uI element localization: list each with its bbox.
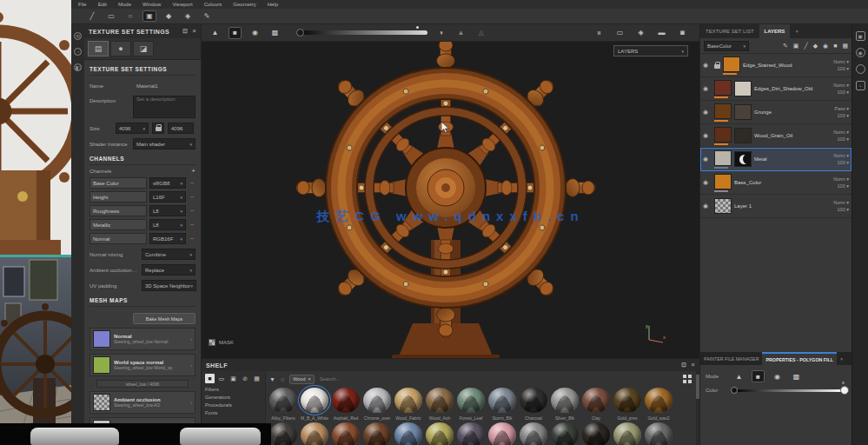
layer-row-selected[interactable]: ◉ Metal Norm ▾100 ▾ <box>700 148 851 171</box>
shader-instance-dropdown[interactable]: Main shader▾ <box>133 138 195 149</box>
layer-name[interactable]: Metal <box>754 156 817 162</box>
material-sphere[interactable] <box>645 388 673 413</box>
visibility-eye-icon[interactable]: ◉ <box>703 156 712 163</box>
size-height-field[interactable]: 4096 <box>168 123 194 134</box>
layer-name[interactable]: Wood_Grain_Oil <box>754 133 817 138</box>
material-item[interactable] <box>332 422 360 445</box>
material-sphere[interactable] <box>457 388 485 413</box>
slider-knob[interactable] <box>296 29 304 37</box>
environment-icon[interactable] <box>856 64 865 74</box>
menu-help[interactable]: Help <box>268 2 278 7</box>
layer-row[interactable]: ◉ Wood_Grain_Oil Norm ▾100 ▾ <box>700 124 851 148</box>
mesh-map-item[interactable]: World space normalSteering_wheel_low Wor… <box>89 354 195 376</box>
channel-name-dropdown[interactable]: Roughness <box>89 205 147 216</box>
shelf-category[interactable]: Fonts <box>205 410 262 415</box>
layer-row[interactable]: ◉ Layer 1 Norm ▾100 ▾ <box>700 195 851 218</box>
channel-name-dropdown[interactable]: Normal <box>89 233 147 244</box>
channel-name-dropdown[interactable]: Metallic <box>89 219 147 230</box>
layer-thumbnail[interactable] <box>714 127 732 143</box>
paint-tool-icon[interactable]: ╱ <box>85 10 99 22</box>
fill-triangle-mode-icon[interactable]: ▲ <box>732 370 745 382</box>
menu-window[interactable]: Window <box>142 2 161 7</box>
material-sphere[interactable] <box>488 388 516 413</box>
filter-circle-icon[interactable]: ○ <box>281 376 284 382</box>
material-item[interactable]: Forest_Leaf <box>457 388 485 421</box>
ao-mixing-dropdown[interactable]: Replace▾ <box>142 264 195 276</box>
sort-icon[interactable]: ▦ <box>252 374 262 383</box>
layer-blend-opacity[interactable]: Norm ▾100 ▾ <box>819 129 849 143</box>
layer-row[interactable]: ◉ Base_Color Norm ▾100 ▾ <box>700 171 851 195</box>
close-icon[interactable]: × <box>790 24 804 38</box>
layer-row[interactable]: ◉ Grunge Pass ▾100 ▾ <box>700 101 851 124</box>
mesh-map-item[interactable]: NormalSteering_wheel_low Normal › <box>89 328 195 350</box>
view-mode-dropdown[interactable]: LAYERS ▾ <box>613 45 688 56</box>
slider-knob-white[interactable] <box>840 386 849 395</box>
hide-labels-icon[interactable]: ⊘ <box>241 374 250 383</box>
material-item[interactable]: Clay <box>582 388 610 421</box>
pause-engine-icon[interactable]: II <box>593 27 606 39</box>
material-sphere[interactable] <box>363 388 391 413</box>
fill-square-mode-icon[interactable]: ■ <box>229 27 242 39</box>
channel-name-dropdown[interactable]: Base Color <box>89 177 147 189</box>
layer-name[interactable]: Base_Color <box>734 180 817 185</box>
delete-layer-icon[interactable]: ▦ <box>842 43 848 50</box>
layer-blend-opacity[interactable]: Norm ▾100 ▾ <box>819 58 849 73</box>
menu-geometry[interactable]: Geometry <box>233 2 255 7</box>
remove-tag-icon[interactable]: × <box>308 376 310 382</box>
material-item[interactable]: Chrome_over <box>363 388 391 421</box>
camera-settings-icon[interactable]: ◉ <box>856 48 865 57</box>
tab-shader-icon[interactable]: ● <box>110 41 131 56</box>
layer-thumbnail[interactable] <box>714 150 732 166</box>
shelf-category[interactable]: Filters <box>205 387 262 392</box>
material-sphere[interactable] <box>394 388 422 413</box>
tab-layers[interactable]: LAYERS <box>759 24 791 38</box>
size-width-dropdown[interactable]: 4096▾ <box>116 123 149 134</box>
add-fill-layer-icon[interactable]: ▣ <box>793 43 799 50</box>
close-icon[interactable]: × <box>837 352 846 365</box>
material-picker-tool-icon[interactable]: ✎ <box>200 10 214 22</box>
layer-thumbnail[interactable] <box>723 56 740 72</box>
tab-texture-set-icon[interactable]: ▤ <box>88 41 109 56</box>
menu-colours[interactable]: Colours <box>204 2 222 7</box>
menu-viewport[interactable]: Viewport <box>172 2 192 7</box>
channel-format-dropdown[interactable]: L16F▾ <box>149 191 186 203</box>
layer-mask-thumbnail[interactable] <box>734 128 752 143</box>
mesh-map-thin-row[interactable]: wheel_low / 4096 <box>96 380 189 388</box>
symmetry-icon[interactable]: ▲ <box>454 27 467 39</box>
layer-thumbnail[interactable] <box>714 80 732 96</box>
material-sphere[interactable] <box>426 388 454 413</box>
close-icon[interactable]: × <box>692 362 696 369</box>
add-smart-material-icon[interactable]: ◉ <box>823 43 828 50</box>
material-item[interactable] <box>269 422 297 445</box>
visibility-eye-icon[interactable]: ◉ <box>703 179 712 186</box>
layer-blend-opacity[interactable]: Norm ▾100 ▾ <box>819 82 849 96</box>
fill-triangle-mode-icon[interactable]: ▲ <box>209 27 222 39</box>
layer-mask-thumbnail[interactable] <box>734 81 752 96</box>
layer-blend-opacity[interactable]: Norm ▾100 ▾ <box>819 152 849 167</box>
filter-funnel-icon[interactable]: ▼ <box>269 376 275 382</box>
material-item[interactable]: Gold_wax2 <box>645 388 673 421</box>
add-effect-icon[interactable]: ✎ <box>783 43 788 50</box>
panel-header[interactable]: TEXTURE SET SETTINGS ⊡ × <box>84 24 201 38</box>
layer-blend-opacity[interactable]: Pass ▾100 ▾ <box>819 105 849 120</box>
remove-channel-button[interactable]: − <box>189 207 195 215</box>
color-value-slider[interactable] <box>732 389 846 392</box>
projection-tool-icon[interactable]: ▣ <box>142 10 156 22</box>
fill-uv-mode-icon[interactable]: ▩ <box>268 27 282 39</box>
material-item[interactable] <box>645 422 673 445</box>
history-icon[interactable]: ▫ <box>856 81 865 90</box>
material-item[interactable] <box>363 422 391 445</box>
material-item[interactable] <box>613 422 641 445</box>
material-item[interactable]: Alloy_Fibers <box>269 388 297 421</box>
material-item[interactable]: Asphalt_Red <box>332 388 360 421</box>
mirror-icon[interactable]: ◬ <box>474 27 487 39</box>
mesh-map-item[interactable]: Ambient occlusionSteering_wheel_low AO › <box>89 391 195 414</box>
layer-mask-thumbnail[interactable] <box>734 104 752 120</box>
visibility-eye-icon[interactable]: ◉ <box>703 132 712 139</box>
fill-mesh-mode-icon[interactable]: ◉ <box>771 370 784 382</box>
material-item[interactable] <box>520 422 547 445</box>
remove-channel-button[interactable]: − <box>189 179 195 187</box>
description-field[interactable] <box>133 96 195 118</box>
layer-thumbnail[interactable] <box>714 174 732 189</box>
channel-format-dropdown[interactable]: L8▾ <box>149 205 186 216</box>
